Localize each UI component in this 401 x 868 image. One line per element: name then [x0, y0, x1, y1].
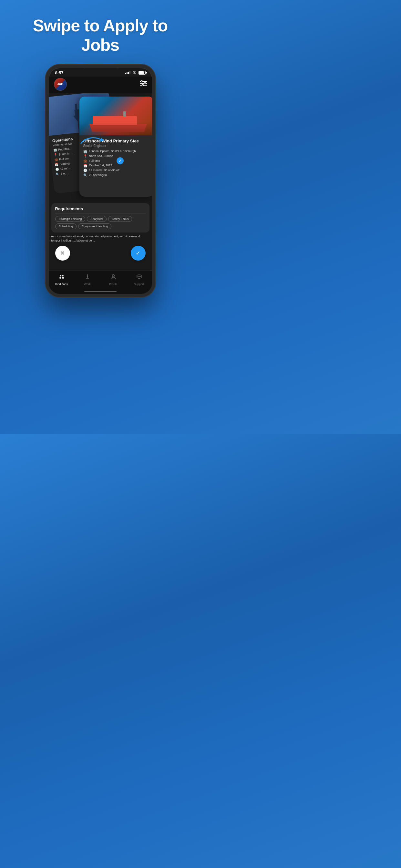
svg-point-13 — [138, 276, 140, 277]
svg-point-7 — [60, 275, 61, 276]
svg-point-12 — [112, 275, 114, 277]
support-label: Support — [134, 283, 144, 286]
profile-label: Profile — [109, 283, 118, 286]
status-icons: ⌘ — [125, 71, 146, 75]
tag-safety-focus: Safety Focus — [108, 216, 132, 222]
check-badge: ✓ — [117, 157, 124, 164]
requirements-title: Requirements — [55, 206, 146, 213]
building-icon: 🏢 — [83, 150, 87, 153]
reject-icon: ✕ — [60, 250, 65, 257]
card-company: London, Epsom, Bristol & Edinburgh — [89, 150, 136, 153]
work-label: Work — [84, 283, 91, 286]
bottom-navigation: Find Jobs Work Profile — [49, 271, 152, 294]
svg-point-11 — [87, 276, 88, 277]
card-location: North Sea, Europe — [89, 154, 113, 158]
requirements-tags: Strategic Thinking Analytical Safety Foc… — [55, 216, 146, 229]
find-jobs-icon — [58, 274, 65, 282]
card-openings: 22 opening(s) — [89, 174, 107, 177]
phone-body: 8:57 ⌘ JAB — [45, 65, 155, 297]
tag-strategic-thinking: Strategic Thinking — [55, 216, 86, 222]
card-startdate-row: 📅 October 1st, 2023 — [83, 164, 150, 167]
card-jobtype: Full-time — [89, 159, 100, 163]
hero-title: Swipe to Apply to Jobs — [19, 16, 181, 55]
reject-button[interactable]: ✕ — [55, 246, 70, 260]
wifi-icon: ⌘ — [132, 71, 136, 75]
phone-notch — [84, 68, 117, 76]
tag-analytical: Analytical — [87, 216, 106, 222]
clock-icon: 🕐 — [83, 168, 87, 172]
power-button — [155, 106, 155, 124]
status-time: 8:57 — [55, 70, 64, 75]
profile-icon — [110, 274, 117, 282]
signal-icon — [125, 71, 130, 74]
card-startdate: October 1st, 2023 — [89, 164, 112, 167]
volume-down-button — [45, 115, 46, 125]
nav-support[interactable]: Support — [126, 274, 152, 286]
card-location-row: 📍 North Sea, Europe — [83, 154, 150, 158]
card-duration-row: 🕐 12 months, 30 on/30 off — [83, 168, 150, 173]
location-icon: 📍 — [83, 154, 87, 158]
calendar-icon: 📅 — [83, 164, 87, 167]
tag-scheduling: Scheduling — [55, 223, 77, 229]
search-icon: 🔍 — [83, 174, 87, 177]
svg-point-8 — [62, 275, 63, 276]
find-jobs-label: Find Jobs — [55, 283, 68, 286]
svg-point-3 — [141, 81, 143, 82]
jab-logo[interactable]: JAB — [54, 78, 67, 91]
tag-equipment-handling: Equipment Handling — [78, 223, 112, 229]
app-header: JAB — [49, 76, 152, 93]
accept-icon: ✓ — [135, 250, 141, 257]
work-icon — [84, 274, 91, 282]
card-duration: 12 months, 30 on/30 off — [89, 168, 120, 173]
nav-work[interactable]: Work — [74, 274, 100, 286]
svg-point-5 — [142, 85, 143, 86]
volume-up-button — [45, 100, 46, 111]
phone-mockup: 8:57 ⌘ JAB — [0, 65, 201, 297]
action-buttons: ✕ ✓ — [49, 243, 152, 263]
svg-rect-10 — [62, 277, 64, 278]
svg-marker-6 — [100, 138, 104, 142]
filter-icon[interactable] — [140, 81, 147, 88]
nav-profile[interactable]: Profile — [100, 274, 126, 286]
card-openings-row: 🔍 22 opening(s) — [83, 174, 150, 177]
briefcase-icon: 💼 — [83, 159, 87, 163]
requirements-section: Requirements Strategic Thinking Analytic… — [51, 203, 150, 232]
job-description-text: rem ipsum dolor sit amet, consectetur ad… — [51, 235, 150, 243]
card-front-image — [80, 97, 152, 135]
swipe-gesture — [78, 132, 107, 150]
battery-icon — [138, 71, 146, 74]
svg-point-15 — [140, 276, 141, 277]
svg-point-4 — [144, 83, 146, 84]
support-icon — [136, 274, 143, 282]
hero-section: Swipe to Apply to Jobs — [0, 0, 201, 58]
svg-rect-9 — [59, 277, 61, 278]
card-stack: Operations Warehouse Ma... 🏢Petrofac... … — [49, 93, 152, 203]
home-indicator — [84, 291, 117, 292]
accept-button[interactable]: ✓ — [131, 246, 146, 260]
svg-point-14 — [137, 276, 138, 277]
nav-find-jobs[interactable]: Find Jobs — [49, 274, 74, 286]
